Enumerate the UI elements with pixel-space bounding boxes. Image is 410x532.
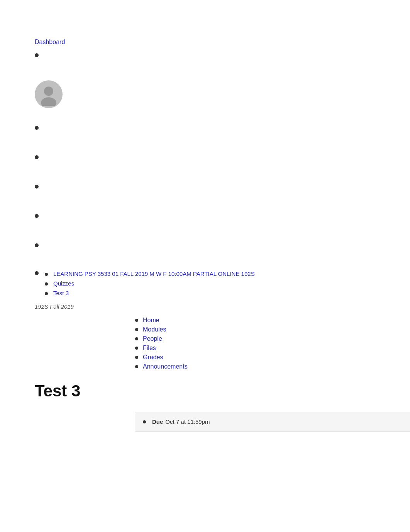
course-modules-link[interactable]: Modules (143, 326, 166, 333)
course-grades-link[interactable]: Grades (143, 354, 163, 361)
breadcrumb-course-link[interactable]: LEARNING PSY 3533 01 FALL 2019 M W F 10:… (53, 270, 255, 277)
page-title: Test 3 (35, 382, 410, 400)
due-date: Oct 7 at 11:59pm (165, 418, 210, 425)
dashboard-link[interactable]: Dashboard (35, 39, 65, 45)
course-home-link[interactable]: Home (143, 317, 159, 324)
sidebar-item-7 (35, 241, 410, 247)
page-title-section: Test 3 (0, 382, 410, 400)
course-nav-section: Home Modules People Files Grades Announc… (0, 317, 410, 370)
breadcrumb-bullet-course (45, 273, 48, 276)
bullet-1 (35, 53, 39, 57)
bullet-6 (35, 214, 39, 218)
course-files-link[interactable]: Files (143, 345, 156, 352)
due-list: Due Oct 7 at 11:59pm (135, 412, 410, 432)
breadcrumb-bullet-test3 (45, 292, 48, 295)
sidebar-item-3 (35, 124, 410, 130)
course-nav-bullet-announcements (135, 365, 138, 368)
avatar-container (35, 80, 63, 108)
avatar (35, 80, 63, 108)
breadcrumb-content: LEARNING PSY 3533 01 FALL 2019 M W F 10:… (45, 270, 255, 299)
course-nav-bullet-modules (135, 328, 138, 331)
due-label: Due (152, 418, 163, 425)
breadcrumb-quizzes: Quizzes (45, 280, 255, 287)
sidebar-item-6 (35, 212, 410, 218)
course-nav-list: Home Modules People Files Grades Announc… (135, 317, 410, 370)
top-nav: Dashboard (0, 39, 410, 46)
course-nav-files: Files (135, 345, 410, 352)
breadcrumb-list: LEARNING PSY 3533 01 FALL 2019 M W F 10:… (45, 270, 255, 296)
sidebar-item-4 (35, 153, 410, 159)
breadcrumb-quizzes-link[interactable]: Quizzes (53, 280, 74, 287)
bullet-4 (35, 155, 39, 159)
svg-point-1 (41, 97, 56, 106)
course-nav-bullet-home (135, 319, 138, 322)
course-people-link[interactable]: People (143, 335, 162, 342)
bullet-5 (35, 185, 39, 189)
bullet-7 (35, 243, 39, 247)
course-nav-bullet-files (135, 347, 138, 350)
course-nav-grades: Grades (135, 354, 410, 361)
sidebar-item-1 (35, 51, 410, 57)
sidebar-item-breadcrumb: LEARNING PSY 3533 01 FALL 2019 M W F 10:… (35, 270, 410, 299)
breadcrumb-course: LEARNING PSY 3533 01 FALL 2019 M W F 10:… (45, 270, 255, 277)
due-item: Due Oct 7 at 11:59pm (135, 412, 410, 432)
bullet-8 (35, 271, 39, 275)
bullet-3 (35, 126, 39, 130)
sidebar-nav: LEARNING PSY 3533 01 FALL 2019 M W F 10:… (0, 51, 410, 299)
sidebar-item-avatar (35, 80, 410, 108)
course-nav-announcements: Announcements (135, 363, 410, 370)
course-nav-bullet-grades (135, 356, 138, 359)
course-announcements-link[interactable]: Announcements (143, 363, 188, 370)
course-nav-home: Home (135, 317, 410, 324)
page-container: Dashboard (0, 0, 410, 532)
course-nav-bullet-people (135, 337, 138, 340)
breadcrumb-test3: Test 3 (45, 290, 255, 296)
course-subtitle: 192S Fall 2019 (0, 303, 410, 310)
due-section: Due Oct 7 at 11:59pm (0, 412, 410, 432)
course-nav-modules: Modules (135, 326, 410, 333)
svg-point-0 (44, 87, 53, 96)
breadcrumb-test3-link[interactable]: Test 3 (53, 290, 69, 296)
course-nav-people: People (135, 335, 410, 342)
breadcrumb-bullet-quizzes (45, 282, 48, 286)
sidebar-item-5 (35, 182, 410, 189)
due-bullet (143, 420, 146, 423)
